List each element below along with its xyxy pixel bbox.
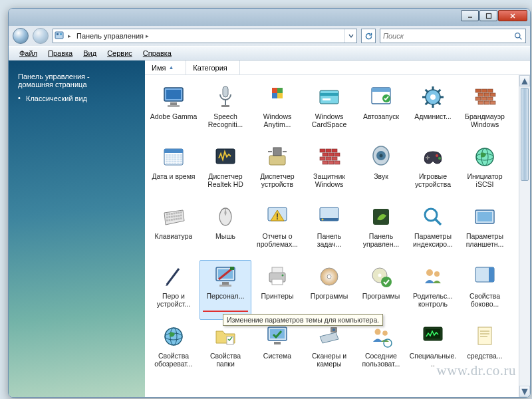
cp-item-personalization[interactable]: Персонал...: [200, 260, 251, 320]
cp-item-printers[interactable]: Принтеры: [251, 260, 303, 320]
game-controllers-icon: [420, 144, 446, 170]
cp-item-programs-features[interactable]: Программы: [303, 260, 355, 320]
autorun-icon: [368, 84, 394, 110]
cp-item-defender[interactable]: Защитник Windows: [303, 140, 355, 200]
cp-item-firewall[interactable]: Брандмауэр Windows: [459, 80, 511, 140]
cp-item-realtek[interactable]: Диспетчер Realtek HD: [200, 140, 251, 200]
maximize-button[interactable]: [479, 10, 497, 21]
cp-item-adobe-gamma[interactable]: Adobe Gamma: [148, 80, 200, 140]
sidebar-item[interactable]: Классический вид: [18, 92, 137, 104]
column-name[interactable]: Имя ▲: [145, 61, 186, 74]
svg-rect-52: [172, 154, 174, 156]
svg-text:!: !: [276, 212, 279, 221]
column-category[interactable]: Категория: [186, 61, 239, 74]
browser-props-icon: [160, 323, 187, 350]
cp-item-problem-reports[interactable]: !Отчеты о проблемах...: [251, 200, 303, 260]
item-label: Защитник Windows: [305, 172, 353, 188]
cp-item-speech-recognition[interactable]: Speech Recogniti...: [200, 80, 251, 140]
menu-service[interactable]: Сервис: [102, 48, 138, 59]
svg-rect-46: [484, 101, 489, 104]
breadcrumb-root[interactable]: ▸: [65, 29, 74, 43]
cp-item-taskbar[interactable]: Панель задач...: [303, 200, 355, 260]
item-label: Программы: [311, 292, 348, 300]
system-icon: [264, 323, 291, 350]
cp-item-admin-tools[interactable]: Админист...: [407, 80, 459, 140]
cp-item-index-options[interactable]: Параметры индексиро...: [407, 200, 459, 260]
cp-item-sync[interactable]: средства...: [459, 320, 511, 380]
svg-point-155: [426, 269, 433, 276]
cp-item-admin[interactable]: Специальные...: [407, 320, 459, 380]
svg-rect-44: [487, 97, 493, 100]
cp-item-keyboard[interactable]: Клавиатура: [148, 200, 200, 260]
cp-item-date-time[interactable]: Дата и время: [148, 140, 200, 200]
svg-rect-106: [169, 213, 171, 215]
svg-rect-1: [486, 13, 491, 18]
cp-item-pen-input[interactable]: Перо и устройст...: [148, 260, 200, 320]
cp-item-game-controllers[interactable]: Игровые устройства: [407, 140, 459, 200]
svg-rect-73: [180, 161, 183, 163]
cp-item-device-manager[interactable]: Диспетчер устройств: [251, 140, 303, 200]
menu-view[interactable]: Вид: [78, 48, 102, 59]
parental-icon: [420, 263, 446, 290]
cp-item-parental[interactable]: Родительс... контроль: [407, 260, 459, 320]
svg-rect-122: [174, 219, 176, 221]
menu-help[interactable]: Справка: [138, 48, 177, 59]
close-button[interactable]: [498, 10, 527, 21]
svg-rect-82: [273, 148, 281, 156]
svg-rect-112: [166, 217, 168, 219]
vertical-scrollbar[interactable]: ▲ ▼: [519, 75, 530, 397]
item-label: Свойства обозреват...: [150, 352, 198, 368]
svg-rect-72: [177, 161, 180, 163]
svg-rect-59: [174, 156, 177, 158]
search-box[interactable]: [380, 29, 526, 43]
cp-item-network[interactable]: Соседние пользоват...: [355, 320, 407, 380]
svg-rect-63: [168, 158, 170, 160]
svg-rect-105: [166, 213, 168, 215]
scroll-up-button[interactable]: ▲: [519, 75, 530, 86]
svg-rect-91: [332, 157, 337, 160]
network-icon: [368, 323, 394, 350]
menu-edit[interactable]: Правка: [43, 48, 78, 59]
cp-item-tablet-settings[interactable]: Параметры планшетн...: [459, 200, 511, 260]
default-programs-icon: [368, 263, 394, 290]
svg-rect-119: [166, 219, 168, 221]
cp-item-sidebar-props[interactable]: Свойства боково...: [459, 260, 511, 320]
menu-file[interactable]: Файл: [14, 48, 43, 59]
back-button[interactable]: [13, 28, 29, 44]
scroll-thumb[interactable]: [521, 88, 529, 181]
scroll-down-button[interactable]: ▼: [519, 386, 530, 397]
forward-button[interactable]: [33, 28, 49, 44]
cp-item-system[interactable]: Система: [251, 320, 303, 380]
cp-item-default-programs[interactable]: Программы: [355, 260, 407, 320]
cp-item-sound[interactable]: Звук: [355, 140, 407, 200]
breadcrumb-label: Панель управления: [76, 32, 144, 40]
svg-line-139: [167, 269, 179, 285]
date-time-icon: [160, 144, 187, 170]
breadcrumb-control-panel[interactable]: Панель управления ▸: [74, 29, 152, 43]
item-label: Дата и время: [152, 172, 195, 180]
cp-item-autorun[interactable]: Автозапуск: [355, 80, 407, 140]
cp-item-browser-props[interactable]: Свойства обозреват...: [148, 320, 200, 380]
scroll-track[interactable]: [519, 86, 530, 386]
svg-rect-50: [166, 154, 168, 156]
defender-icon: [316, 144, 342, 170]
address-dropdown[interactable]: [344, 29, 356, 43]
svg-rect-36: [475, 89, 481, 92]
cp-item-windows-anytime[interactable]: Windows Anytim...: [251, 80, 303, 140]
column-name-label: Имя: [152, 64, 166, 72]
cp-item-nvidia-panel[interactable]: Панель управлен...: [355, 200, 407, 260]
item-label: средства...: [467, 352, 503, 360]
cp-item-mouse[interactable]: Мышь: [200, 200, 251, 260]
svg-rect-16: [272, 88, 277, 93]
svg-rect-71: [174, 161, 177, 163]
cp-item-folder-options[interactable]: Свойства папки: [200, 320, 251, 380]
svg-rect-47: [490, 101, 495, 104]
search-input[interactable]: [380, 32, 511, 40]
svg-rect-21: [320, 93, 338, 96]
minimize-button[interactable]: [461, 10, 479, 21]
cp-item-scanners[interactable]: Сканеры и камеры: [303, 320, 355, 380]
refresh-button[interactable]: [361, 29, 376, 43]
cp-item-windows-cardspace[interactable]: Windows CardSpace: [303, 80, 355, 140]
address-bar[interactable]: ▸ Панель управления ▸: [53, 29, 357, 43]
cp-item-iscsi[interactable]: Инициатор iSCSI: [459, 140, 511, 200]
